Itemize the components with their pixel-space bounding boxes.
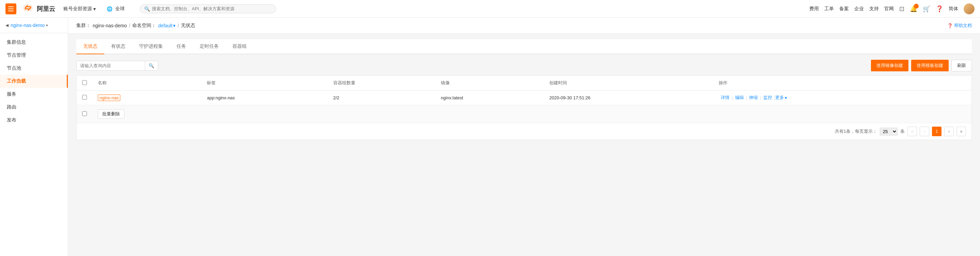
logo-icon (22, 3, 34, 14)
table-search-input[interactable] (77, 61, 145, 70)
pagination-suffix: 条 (900, 128, 905, 134)
first-page-button[interactable]: « (907, 126, 917, 136)
action-monitor[interactable]: 监控 (761, 94, 774, 101)
batch-checkbox[interactable] (82, 111, 87, 116)
logo-text: 阿里云 (37, 5, 55, 13)
screen-icon[interactable]: ⊡ (899, 5, 904, 13)
last-page-button[interactable]: » (956, 126, 966, 136)
batch-checkbox-cell (77, 105, 92, 123)
help-icon[interactable]: ❓ (936, 5, 943, 13)
cart-icon[interactable]: 🛒 (923, 5, 930, 13)
sidebar-item-route[interactable]: 路由 (0, 101, 68, 114)
table-row: nginx-nas app:nginx-nas 2/2 nginx:latest (77, 90, 972, 105)
tab-daemon-set[interactable]: 守护进程集 (132, 39, 170, 54)
table-header-image: 镜像 (436, 76, 544, 90)
global-search[interactable]: 🔍 (140, 5, 276, 13)
globe-icon: 🌐 (107, 6, 113, 11)
question-icon: ❓ (947, 23, 953, 28)
tab-pod[interactable]: 容器组 (226, 39, 253, 54)
tab-cron-job[interactable]: 定时任务 (193, 39, 226, 54)
sidebar-item-release[interactable]: 发布 (0, 114, 68, 126)
nav-cost[interactable]: 费用 (809, 6, 819, 12)
sidebar-item-node-pool[interactable]: 节点池 (0, 62, 68, 75)
hamburger-icon (8, 6, 14, 11)
nav-support[interactable]: 支持 (869, 6, 879, 12)
refresh-button[interactable]: 刷新 (951, 60, 972, 71)
sidebar-nav: 集群信息 节点管理 节点池 工作负载 服务 路由 发布 (0, 33, 68, 256)
account-menu[interactable]: 账号全部资源 ▾ (60, 5, 99, 13)
help-link[interactable]: ❓ 帮助文档 (947, 22, 972, 29)
tab-job[interactable]: 任务 (170, 39, 193, 54)
prev-page-button[interactable]: ‹ (920, 126, 929, 136)
topnav-right: 费用 工单 备案 企业 支持 官网 ⊡ 🔔 · 🛒 ❓ 简体 (809, 3, 975, 14)
mirror-create-button[interactable]: 使用镜像创建 (871, 60, 908, 71)
nav-official[interactable]: 官网 (884, 6, 894, 12)
table-header-tags: 标签 (201, 76, 328, 90)
sidebar-item-workload[interactable]: 工作负载 (0, 75, 68, 88)
global-menu[interactable]: 🌐 全球 (104, 5, 127, 13)
bell-icon[interactable]: 🔔 · (910, 5, 917, 13)
sidebar-item-label: 路由 (7, 104, 16, 110)
sidebar-item-label: 工作负载 (7, 78, 26, 84)
avatar[interactable] (964, 3, 975, 14)
nav-enterprise[interactable]: 企业 (854, 6, 864, 12)
toolbar: 🔍 使用镜像创建 使用模板创建 刷新 (76, 60, 972, 71)
row-actions-cell: 详情 | 编辑 | 伸缩 | 监控 | 更多▾ (713, 90, 972, 105)
action-scale[interactable]: 伸缩 (747, 94, 760, 101)
search-input[interactable] (152, 6, 272, 11)
hamburger-menu[interactable] (5, 3, 16, 14)
action-detail[interactable]: 详情 (719, 94, 732, 101)
table-header-name: 名称 (92, 76, 201, 90)
pagination: 共有1条，每页显示： 25 50 100 条 « ‹ 1 (77, 123, 972, 139)
page-body: 无状态 有状态 守护进程集 任务 定时任务 容器组 (68, 34, 980, 146)
action-more[interactable]: 更多▾ (775, 94, 787, 101)
row-create-time: 2020-09-30 17:51:26 (549, 95, 590, 100)
breadcrumb-current: 无状态 (181, 22, 195, 29)
help-link-text: 帮助文档 (954, 22, 972, 29)
current-page-button[interactable]: 1 (932, 126, 942, 136)
pagination-total: 共有1条，每页显示： (835, 128, 877, 134)
sidebar-item-label: 集群信息 (7, 39, 26, 45)
sidebar-item-label: 服务 (7, 91, 16, 97)
template-create-button[interactable]: 使用模板创建 (911, 60, 949, 71)
sidebar-cluster-name: nginx-nas-demo (11, 22, 45, 28)
sidebar-cluster-header[interactable]: ◀ nginx-nas-demo ▾ (0, 18, 68, 33)
sidebar-item-node-management[interactable]: 节点管理 (0, 49, 68, 62)
row-tags: app:nginx-nas (207, 95, 235, 100)
sidebar-item-label: 发布 (7, 117, 16, 123)
back-icon: ◀ (5, 23, 8, 28)
lang-switch[interactable]: 简体 (949, 6, 958, 12)
batch-delete-button[interactable]: 批量删除 (98, 109, 124, 119)
table-header-create-time: 创建时间 (544, 76, 713, 90)
account-resources[interactable]: 账号全部资源 ▾ (60, 5, 99, 13)
next-page-button[interactable]: › (944, 126, 954, 136)
nav-ticket[interactable]: 工单 (824, 6, 834, 12)
action-edit[interactable]: 编辑 (733, 94, 746, 101)
chevron-down-icon: ▾ (46, 23, 48, 28)
row-tags-cell: app:nginx-nas (201, 90, 328, 105)
table-header-checkbox (77, 76, 92, 90)
row-create-time-cell: 2020-09-30 17:51:26 (544, 90, 713, 105)
sidebar-item-service[interactable]: 服务 (0, 88, 68, 101)
table-search-button[interactable]: 🔍 (145, 61, 158, 70)
global-switch[interactable]: 🌐 全球 (104, 5, 127, 13)
breadcrumb-sep: / (129, 23, 130, 28)
sidebar-item-cluster-info[interactable]: 集群信息 (0, 36, 68, 49)
data-table-wrap: 名称 标签 容器组数量 镜像 创 (76, 75, 972, 140)
layout: ◀ nginx-nas-demo ▾ 集群信息 节点管理 节点池 工作负载 服务… (0, 18, 980, 256)
tabs: 无状态 有状态 守护进程集 任务 定时任务 容器组 (76, 39, 972, 54)
breadcrumb-ns-value[interactable]: default ▾ (158, 23, 175, 28)
row-name-link[interactable]: nginx-nas (98, 94, 120, 101)
breadcrumb-slash: / (178, 23, 179, 28)
logo[interactable]: 阿里云 (22, 3, 55, 14)
per-page-select[interactable]: 25 50 100 (880, 128, 897, 136)
nav-beian[interactable]: 备案 (839, 6, 849, 12)
select-all-checkbox[interactable] (82, 80, 87, 85)
tab-stateful[interactable]: 有状态 (104, 39, 132, 54)
row-pod-count-cell: 2/2 (328, 90, 436, 105)
search-icon: 🔍 (144, 6, 150, 11)
batch-row: 批量删除 (77, 105, 972, 123)
row-checkbox[interactable] (82, 95, 87, 100)
tab-stateless[interactable]: 无状态 (76, 39, 104, 54)
search-input-wrap[interactable]: 🔍 (76, 61, 158, 70)
